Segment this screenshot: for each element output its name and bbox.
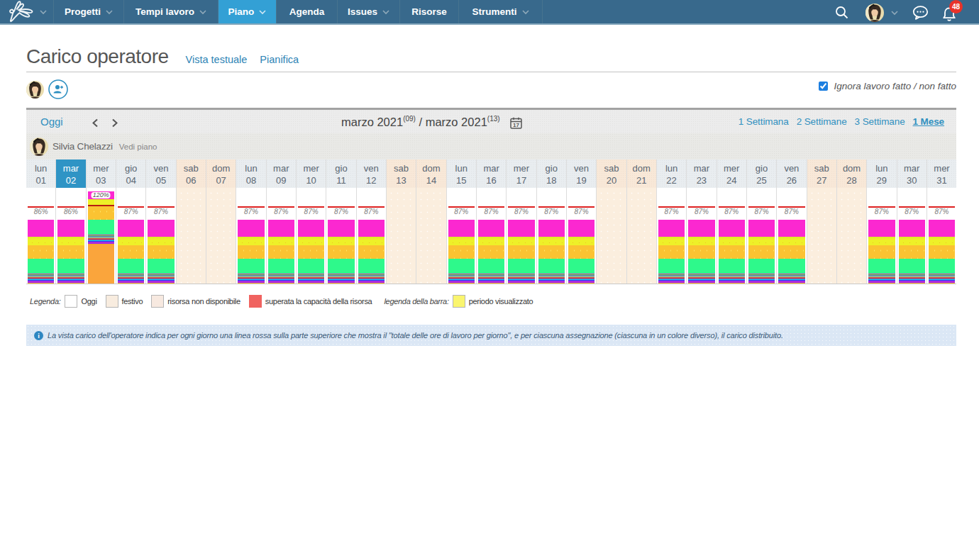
svg-text:17: 17 [513,122,519,128]
